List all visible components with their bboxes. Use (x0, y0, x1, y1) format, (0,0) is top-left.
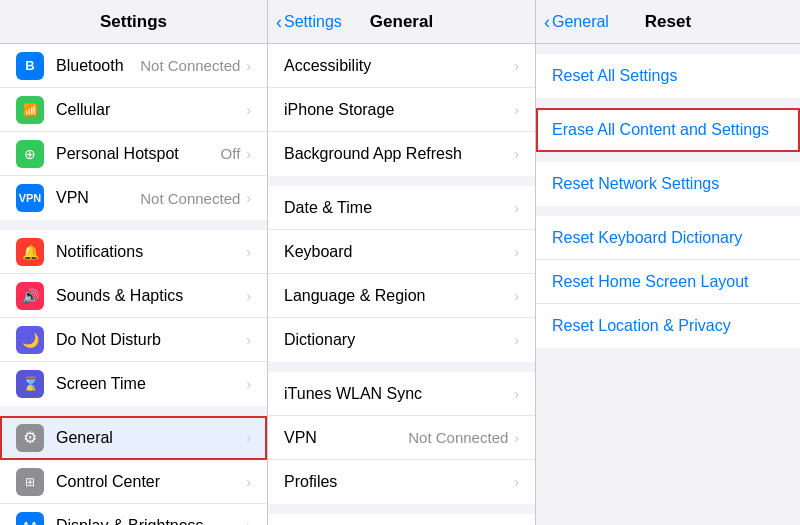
right-gap-2 (536, 152, 800, 162)
right-column: ‹ General Reset Reset All Settings Erase… (536, 0, 800, 525)
vpn-value: Not Connected (140, 190, 240, 207)
datetime-label: Date & Time (284, 199, 514, 217)
chevron-icon: › (246, 376, 251, 392)
mid-item-ituneswlan[interactable]: iTunes WLAN Sync › (268, 372, 535, 416)
bluetooth-icon: B (16, 52, 44, 80)
chevron-icon: › (246, 474, 251, 490)
right-gap-3 (536, 206, 800, 216)
right-section-3: Reset Network Settings (536, 162, 800, 206)
display-icon: AA (16, 512, 44, 526)
iphonestorage-label: iPhone Storage (284, 101, 514, 119)
chevron-icon: › (246, 518, 251, 526)
dictionary-label: Dictionary (284, 331, 514, 349)
chevron-icon: › (246, 244, 251, 260)
right-back-label: General (552, 13, 609, 31)
controlcenter-icon: ⊞ (16, 468, 44, 496)
right-back-button[interactable]: ‹ General (544, 13, 609, 31)
right-item-reset-all[interactable]: Reset All Settings (536, 54, 800, 98)
general-section: ⚙ General › ⊞ Control Center › AA Displa… (0, 416, 267, 525)
sidebar-item-display[interactable]: AA Display & Brightness › (0, 504, 267, 525)
right-item-reset-network[interactable]: Reset Network Settings (536, 162, 800, 206)
left-header: Settings (0, 0, 267, 44)
section-gap-1 (0, 220, 267, 230)
left-content: B Bluetooth Not Connected › 📶 Cellular ›… (0, 44, 267, 525)
back-chevron-icon: ‹ (544, 13, 550, 31)
right-title: Reset (645, 12, 691, 32)
reset-network-label: Reset Network Settings (552, 175, 719, 193)
mid-item-backgroundapprefresh[interactable]: Background App Refresh › (268, 132, 535, 176)
controlcenter-label: Control Center (56, 473, 246, 491)
donotdisturb-label: Do Not Disturb (56, 331, 246, 349)
sidebar-item-general[interactable]: ⚙ General › (0, 416, 267, 460)
section-gap-mid-1 (268, 176, 535, 186)
sidebar-item-vpn[interactable]: VPN VPN Not Connected › (0, 176, 267, 220)
chevron-icon: › (246, 190, 251, 206)
right-item-erase-all[interactable]: Erase All Content and Settings (536, 108, 800, 152)
languageregion-label: Language & Region (284, 287, 514, 305)
sidebar-item-notifications[interactable]: 🔔 Notifications › (0, 230, 267, 274)
mid-item-dictionary[interactable]: Dictionary › (268, 318, 535, 362)
mid-item-regulatory[interactable]: Regulatory › (268, 514, 535, 525)
hotspot-value: Off (221, 145, 241, 162)
right-item-reset-homescreen[interactable]: Reset Home Screen Layout (536, 260, 800, 304)
right-section-2: Erase All Content and Settings (536, 108, 800, 152)
mid-item-keyboard[interactable]: Keyboard › (268, 230, 535, 274)
chevron-icon: › (514, 288, 519, 304)
chevron-icon: › (246, 102, 251, 118)
right-gap-1 (536, 98, 800, 108)
notifications-section: 🔔 Notifications › 🔊 Sounds & Haptics › 🌙… (0, 230, 267, 406)
vpn-label: VPN (56, 189, 140, 207)
mid-item-profiles[interactable]: Profiles › (268, 460, 535, 504)
screentime-label: Screen Time (56, 375, 246, 393)
mid-item-iphonestorage[interactable]: iPhone Storage › (268, 88, 535, 132)
mid-vpn-value: Not Connected (408, 429, 508, 446)
chevron-icon: › (514, 332, 519, 348)
sidebar-item-cellular[interactable]: 📶 Cellular › (0, 88, 267, 132)
accessibility-label: Accessibility (284, 57, 514, 75)
chevron-icon: › (514, 474, 519, 490)
sounds-label: Sounds & Haptics (56, 287, 246, 305)
display-label: Display & Brightness (56, 517, 246, 526)
mid-item-datetime[interactable]: Date & Time › (268, 186, 535, 230)
cellular-label: Cellular (56, 101, 240, 119)
mid-content: Accessibility › iPhone Storage › Backgro… (268, 44, 535, 525)
mid-item-accessibility[interactable]: Accessibility › (268, 44, 535, 88)
mid-item-vpn[interactable]: VPN Not Connected › (268, 416, 535, 460)
hotspot-label: Personal Hotspot (56, 145, 221, 163)
chevron-icon: › (514, 58, 519, 74)
bluetooth-value: Not Connected (140, 57, 240, 74)
general-icon: ⚙ (16, 424, 44, 452)
mid-vpn-label: VPN (284, 429, 408, 447)
chevron-icon: › (514, 102, 519, 118)
mid-section-1: Accessibility › iPhone Storage › Backgro… (268, 44, 535, 176)
sounds-icon: 🔊 (16, 282, 44, 310)
sidebar-item-sounds[interactable]: 🔊 Sounds & Haptics › (0, 274, 267, 318)
keyboard-label: Keyboard (284, 243, 514, 261)
chevron-icon: › (514, 430, 519, 446)
hotspot-icon: ⊕ (16, 140, 44, 168)
sidebar-item-donotdisturb[interactable]: 🌙 Do Not Disturb › (0, 318, 267, 362)
sidebar-item-screentime[interactable]: ⌛ Screen Time › (0, 362, 267, 406)
sidebar-item-bluetooth[interactable]: B Bluetooth Not Connected › (0, 44, 267, 88)
right-section-1: Reset All Settings (536, 54, 800, 98)
mid-back-label: Settings (284, 13, 342, 31)
sidebar-item-controlcenter[interactable]: ⊞ Control Center › (0, 460, 267, 504)
general-label: General (56, 429, 246, 447)
notifications-label: Notifications (56, 243, 246, 261)
right-header: ‹ General Reset (536, 0, 800, 44)
reset-homescreen-label: Reset Home Screen Layout (552, 273, 749, 291)
vpn-icon: VPN (16, 184, 44, 212)
right-item-reset-keyboard[interactable]: Reset Keyboard Dictionary (536, 216, 800, 260)
left-column: Settings B Bluetooth Not Connected › 📶 C… (0, 0, 268, 525)
right-item-reset-location[interactable]: Reset Location & Privacy (536, 304, 800, 348)
back-chevron-icon: ‹ (276, 13, 282, 31)
mid-back-button[interactable]: ‹ Settings (276, 13, 342, 31)
bluetooth-label: Bluetooth (56, 57, 140, 75)
sidebar-item-hotspot[interactable]: ⊕ Personal Hotspot Off › (0, 132, 267, 176)
connectivity-section: B Bluetooth Not Connected › 📶 Cellular ›… (0, 44, 267, 220)
donotdisturb-icon: 🌙 (16, 326, 44, 354)
mid-title: General (370, 12, 433, 32)
cellular-icon: 📶 (16, 96, 44, 124)
reset-keyboard-label: Reset Keyboard Dictionary (552, 229, 742, 247)
mid-item-languageregion[interactable]: Language & Region › (268, 274, 535, 318)
